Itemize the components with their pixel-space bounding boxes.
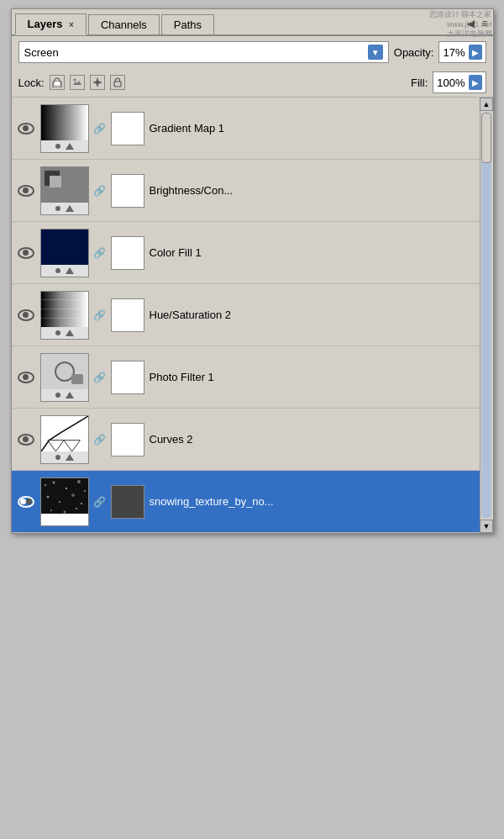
- layer-visibility-toggle[interactable]: [17, 119, 35, 138]
- eye-icon: [18, 247, 34, 259]
- layer-item[interactable]: 🔗 Photo Filter 1: [12, 346, 480, 409]
- svg-point-12: [52, 481, 55, 483]
- svg-point-15: [84, 490, 86, 492]
- opacity-arrow-icon[interactable]: ▶: [469, 45, 482, 60]
- layer-visibility-toggle[interactable]: [17, 430, 35, 449]
- tab-channels[interactable]: Channels: [88, 14, 160, 34]
- brightness-thumbnail: [41, 167, 88, 203]
- hue-lines: [41, 292, 88, 327]
- opacity-value: 17%: [443, 46, 465, 59]
- thumbnail-triangle: [66, 267, 74, 274]
- svg-marker-9: [64, 440, 80, 451]
- thumbnail-triangle: [66, 454, 74, 461]
- layer-item[interactable]: 🔗 Gradient Map 1: [12, 98, 480, 160]
- lock-transparent-button[interactable]: [50, 75, 65, 90]
- layer-thumbnail: [40, 229, 89, 277]
- scroll-thumb[interactable]: [481, 113, 491, 163]
- tab-layers[interactable]: Layers ×: [15, 13, 87, 35]
- thumbnail-icon: [55, 268, 60, 273]
- layer-mask-thumbnail: [111, 423, 144, 456]
- layer-thumbnail: [40, 478, 89, 526]
- layer-visibility-toggle[interactable]: [17, 368, 35, 387]
- thumbnail-bottom-bar: [41, 140, 88, 152]
- watermark: 思路设计 聊本之家 www.jb51.net 太平洋电脑网: [428, 8, 494, 41]
- svg-line-7: [41, 416, 88, 451]
- layer-mask-thumbnail: [111, 361, 144, 394]
- svg-point-20: [50, 509, 52, 511]
- layer-name: Gradient Map 1: [150, 122, 475, 135]
- layer-item[interactable]: 🔗 Brightness/Con...: [12, 160, 480, 222]
- scroll-down-button[interactable]: ▼: [480, 520, 493, 533]
- svg-rect-1: [55, 82, 60, 85]
- texture-thumbnail: [41, 478, 88, 514]
- layer-item-selected[interactable]: 🔗 snowing_texture_by_no...: [12, 471, 480, 533]
- curves-thumbnail: [41, 416, 88, 451]
- fill-arrow-icon[interactable]: ▶: [469, 75, 482, 90]
- thumbnail-triangle: [66, 143, 74, 150]
- svg-point-13: [66, 488, 67, 489]
- scroll-up-button[interactable]: ▲: [480, 98, 493, 111]
- eye-icon: [18, 372, 34, 383]
- layer-name: snowing_texture_by_no...: [150, 495, 475, 508]
- thumbnail-icon: [55, 455, 60, 460]
- layer-item[interactable]: 🔗 Hue/Saturation 2: [12, 284, 480, 346]
- thumbnail-bottom-bar: [41, 265, 88, 277]
- svg-marker-8: [47, 440, 63, 451]
- lock-image-button[interactable]: [70, 75, 85, 90]
- scroll-track[interactable]: [481, 113, 491, 518]
- layer-visibility-toggle[interactable]: [17, 493, 35, 511]
- layer-item[interactable]: 🔗 Color Fill 1: [12, 222, 480, 284]
- hue-thumbnail: [41, 292, 88, 327]
- fill-label: Fill:: [411, 77, 428, 89]
- blend-mode-arrow-icon[interactable]: ▼: [368, 45, 383, 60]
- opacity-control[interactable]: 17% ▶: [438, 41, 486, 63]
- lock-position-button[interactable]: [90, 75, 105, 90]
- layer-thumbnail: [40, 104, 89, 153]
- eye-icon: [18, 309, 34, 321]
- eye-icon: [18, 434, 34, 446]
- layer-name: Hue/Saturation 2: [150, 309, 475, 321]
- hue-line: [41, 299, 88, 300]
- tab-paths[interactable]: Paths: [161, 14, 214, 34]
- svg-point-17: [59, 501, 60, 503]
- thumbnail-bottom-bar: [41, 327, 88, 339]
- eye-icon: [18, 185, 34, 197]
- tab-bar: Layers × Channels Paths ◀ ≡: [12, 9, 493, 36]
- lock-row: Lock: Fill: 100% ▶: [12, 68, 493, 98]
- layers-scrollbar[interactable]: ▲ ▼: [480, 98, 493, 533]
- opacity-label: Opacity:: [394, 46, 434, 59]
- layer-mask-thumbnail: [111, 485, 144, 519]
- layer-name: Curves 2: [150, 433, 475, 446]
- layer-visibility-toggle[interactable]: [17, 244, 35, 262]
- fill-control[interactable]: 100% ▶: [433, 71, 486, 93]
- tab-close-icon[interactable]: ×: [69, 20, 74, 29]
- layer-mask-thumbnail: [111, 298, 144, 332]
- lock-all-button[interactable]: [110, 75, 125, 90]
- thumbnail-bottom-bar: [41, 203, 88, 214]
- photo-camera-icon: [71, 374, 83, 384]
- blend-mode-select[interactable]: Screen ▼: [18, 41, 389, 63]
- layer-visibility-toggle[interactable]: [17, 306, 35, 325]
- thumbnail-icon: [55, 393, 60, 398]
- thumbnail-bottom-bar: [41, 451, 88, 463]
- watermark-line3: 太平洋电脑网: [447, 29, 492, 38]
- layer-item[interactable]: 🔗 Curves 2: [12, 409, 480, 471]
- curves-svg: [41, 416, 88, 451]
- layer-name: Photo Filter 1: [150, 371, 475, 383]
- svg-point-14: [77, 480, 81, 483]
- tab-layers-label: Layers: [28, 18, 63, 30]
- layer-name: Color Fill 1: [150, 246, 475, 259]
- svg-point-11: [45, 484, 46, 486]
- tab-channels-label: Channels: [101, 18, 147, 31]
- eye-icon: [18, 123, 34, 135]
- eye-icon: [18, 496, 34, 508]
- layer-visibility-toggle[interactable]: [17, 182, 35, 200]
- thumbnail-triangle: [66, 205, 74, 212]
- layer-link-icon: 🔗: [94, 307, 106, 324]
- svg-point-16: [46, 495, 49, 498]
- layer-mask-thumbnail: [111, 174, 144, 208]
- layer-mask-thumbnail: [111, 236, 144, 270]
- layer-link-icon: 🔗: [94, 431, 106, 448]
- watermark-line2: www.jb51.net: [447, 20, 492, 29]
- layer-link-icon: 🔗: [94, 120, 106, 137]
